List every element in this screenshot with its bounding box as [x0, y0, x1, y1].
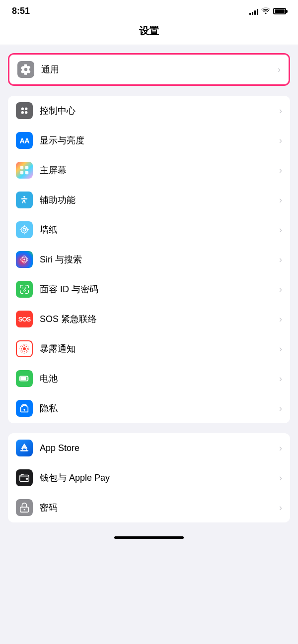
svg-point-1 — [25, 108, 27, 111]
item-label-homescreen: 主屏幕 — [40, 164, 275, 176]
chevron-icon: › — [279, 344, 282, 354]
settings-item-battery[interactable]: 电池 › — [8, 364, 290, 393]
chevron-icon: › — [279, 403, 282, 414]
settings-item-password[interactable]: 密码 › — [8, 493, 290, 522]
chevron-icon: › — [279, 473, 282, 483]
svg-rect-29 — [26, 478, 28, 480]
password-icon — [16, 499, 33, 516]
exposure-icon — [16, 340, 33, 357]
settings-item-wallet[interactable]: 钱包与 Apple Pay › — [8, 463, 290, 493]
item-label-battery: 电池 — [40, 373, 275, 385]
svg-rect-7 — [25, 171, 28, 174]
page-title: 设置 — [139, 25, 159, 36]
svg-point-17 — [23, 258, 25, 260]
battery-settings-icon — [16, 370, 33, 387]
settings-item-tongyong[interactable]: 通用 › — [9, 55, 289, 84]
siri-icon — [16, 251, 33, 268]
item-label-sos: SOS 紧急联络 — [40, 313, 275, 325]
faceid-icon — [16, 281, 33, 298]
item-label-privacy: 隐私 — [40, 402, 275, 414]
wallet-icon — [16, 469, 33, 486]
wallpaper-icon — [16, 221, 33, 238]
svg-point-0 — [21, 108, 24, 111]
signal-icon — [249, 8, 258, 15]
settings-item-privacy[interactable]: 隐私 › — [8, 393, 290, 423]
chevron-icon: › — [279, 165, 282, 176]
display-icon: AA — [16, 132, 33, 149]
svg-rect-6 — [20, 171, 23, 174]
chevron-icon: › — [279, 135, 282, 146]
settings-item-homescreen[interactable]: 主屏幕 › — [8, 155, 290, 185]
chevron-icon: › — [279, 284, 282, 295]
gear-icon — [17, 61, 34, 78]
item-label-siri: Siri 与搜索 — [40, 254, 275, 265]
appstore-icon — [16, 440, 33, 456]
chevron-icon: › — [278, 64, 281, 75]
chevron-icon: › — [279, 195, 282, 205]
home-bar — [114, 536, 184, 539]
settings-section: 通用 › 控制中心 › AA 显示与亮度 › — [0, 45, 298, 522]
status-time: 8:51 — [12, 6, 30, 16]
chevron-icon: › — [279, 106, 282, 116]
settings-item-siri[interactable]: Siri 与搜索 › — [8, 245, 290, 274]
settings-group-main: 通用 › — [8, 53, 290, 86]
item-label-tongyong: 通用 — [41, 64, 274, 75]
svg-point-33 — [24, 509, 25, 511]
item-label-display: 显示与亮度 — [40, 134, 275, 146]
svg-rect-24 — [20, 377, 26, 380]
settings-item-wallpaper[interactable]: 墙纸 › — [8, 215, 290, 245]
item-label-control-center: 控制中心 — [40, 105, 275, 117]
settings-item-faceid[interactable]: 面容 ID 与密码 › — [8, 274, 290, 304]
settings-item-exposure[interactable]: 暴露通知 › — [8, 334, 290, 364]
settings-item-sos[interactable]: SOS SOS 紧急联络 › — [8, 304, 290, 334]
sos-icon: SOS — [16, 311, 33, 327]
item-label-appstore: App Store — [40, 443, 275, 453]
home-indicator — [0, 532, 298, 545]
status-icons — [249, 7, 286, 15]
battery-icon — [273, 8, 286, 14]
homescreen-icon — [16, 162, 33, 179]
item-label-faceid: 面容 ID 与密码 — [40, 283, 275, 295]
chevron-icon: › — [279, 374, 282, 384]
settings-item-accessibility[interactable]: 辅助功能 › — [8, 185, 290, 215]
status-bar: 8:51 — [0, 0, 298, 20]
settings-item-control-center[interactable]: 控制中心 › — [8, 96, 290, 126]
chevron-icon: › — [279, 225, 282, 235]
item-label-wallpaper: 墙纸 — [40, 224, 275, 236]
svg-point-20 — [23, 347, 26, 350]
settings-item-display[interactable]: AA 显示与亮度 › — [8, 126, 290, 155]
privacy-icon — [16, 400, 33, 417]
item-label-password: 密码 — [40, 502, 275, 514]
chevron-icon: › — [279, 255, 282, 265]
svg-rect-5 — [25, 166, 28, 169]
chevron-icon: › — [279, 503, 282, 513]
svg-point-9 — [21, 227, 28, 233]
item-label-wallet: 钱包与 Apple Pay — [40, 472, 275, 484]
page-title-bar: 设置 — [0, 20, 298, 45]
svg-rect-4 — [20, 166, 23, 169]
accessibility-icon — [16, 192, 33, 208]
settings-group-store: App Store › 钱包与 Apple Pay › — [8, 433, 290, 522]
chevron-icon: › — [279, 443, 282, 453]
wifi-icon — [261, 7, 270, 15]
item-label-accessibility: 辅助功能 — [40, 194, 275, 206]
svg-point-3 — [25, 111, 27, 114]
settings-item-appstore[interactable]: App Store › — [8, 433, 290, 463]
item-label-exposure: 暴露通知 — [40, 343, 275, 355]
chevron-icon: › — [279, 314, 282, 324]
svg-point-2 — [21, 111, 24, 114]
svg-point-8 — [23, 196, 25, 198]
control-center-icon — [16, 102, 33, 119]
svg-point-10 — [23, 228, 26, 231]
settings-group-display: 控制中心 › AA 显示与亮度 › 主屏幕 › — [8, 96, 290, 423]
